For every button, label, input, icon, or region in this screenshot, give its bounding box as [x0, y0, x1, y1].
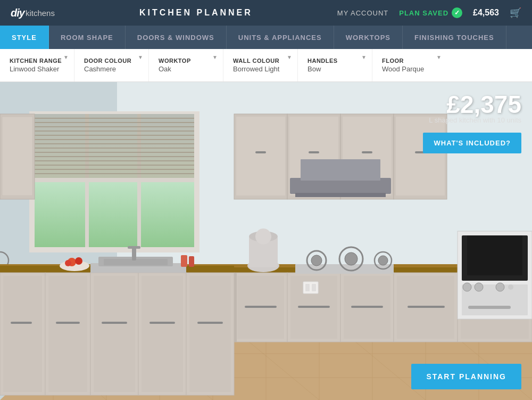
svg-point-84	[475, 283, 483, 291]
svg-point-86	[508, 284, 513, 290]
style-option-wall-colour[interactable]: WALL COLOUR Borrowed Light ▼	[223, 49, 298, 81]
style-option-door-colour[interactable]: DOOR COLOUR Cashmere ▼	[74, 49, 149, 81]
svg-rect-46	[2, 117, 32, 195]
svg-rect-30	[35, 114, 194, 178]
svg-rect-102	[48, 276, 87, 392]
whats-included-button[interactable]: WHAT'S INCLUDED?	[423, 133, 521, 153]
svg-point-85	[496, 283, 504, 291]
check-circle-icon: ✓	[452, 7, 462, 18]
style-option-worktop[interactable]: WORKTOP Oak ▼	[149, 49, 223, 81]
style-bar: KITCHEN RANGE Linwood Shaker ▼ DOOR COLO…	[0, 49, 532, 82]
dropdown-arrow-worktop: ▼	[212, 54, 218, 60]
svg-rect-57	[362, 151, 372, 153]
svg-point-92	[345, 252, 358, 265]
kitchen-price: £2,375	[429, 90, 521, 119]
svg-rect-111	[189, 276, 231, 392]
header-right: MY ACCOUNT PLAN SAVED ✓ £4,563 🛒	[337, 7, 521, 19]
header-price: £4,563	[473, 8, 499, 18]
svg-rect-82	[467, 235, 522, 275]
price-overlay: £2,375 L shaped kitchen with 10 units	[429, 90, 521, 124]
logo-diy: diy	[11, 7, 24, 19]
kitchen-description: L shaped kitchen with 10 units	[429, 116, 521, 124]
style-option-handles[interactable]: HANDLES Bow ▼	[298, 49, 372, 81]
my-account-link[interactable]: MY ACCOUNT	[337, 9, 388, 17]
svg-rect-60	[301, 159, 380, 181]
dropdown-arrow-kitchen-range: ▼	[63, 54, 69, 60]
svg-rect-81	[462, 284, 528, 315]
svg-rect-87	[468, 306, 511, 309]
kitchen-scene-svg	[0, 82, 532, 400]
plan-saved-status: PLAN SAVED ✓	[399, 7, 462, 18]
svg-rect-127	[181, 255, 187, 267]
dropdown-arrow-door-colour: ▼	[138, 54, 143, 60]
svg-point-126	[65, 260, 71, 266]
svg-rect-109	[149, 322, 175, 324]
svg-rect-117	[132, 247, 136, 260]
svg-rect-112	[197, 322, 223, 324]
dropdown-arrow-floor: ▼	[436, 54, 442, 60]
svg-rect-100	[11, 322, 32, 324]
style-option-kitchen-range[interactable]: KITCHEN RANGE Linwood Shaker ▼	[0, 49, 74, 81]
tab-style[interactable]: STYLE	[0, 26, 49, 49]
svg-rect-130	[305, 284, 310, 291]
tab-units-appliances[interactable]: UNITS & APPLIANCES	[227, 26, 334, 49]
svg-rect-48	[236, 117, 285, 195]
start-planning-button[interactable]: START PLANNING	[411, 364, 521, 389]
svg-point-83	[463, 283, 471, 291]
svg-rect-69	[298, 306, 330, 308]
svg-rect-75	[408, 306, 445, 308]
style-option-floor[interactable]: FLOOR Wood Parque ▼	[372, 49, 447, 81]
svg-point-90	[311, 255, 322, 266]
svg-rect-128	[189, 256, 194, 267]
svg-rect-113	[234, 273, 237, 342]
tab-worktops[interactable]: WORKTOPS	[334, 26, 403, 49]
dropdown-arrow-wall-colour: ▼	[287, 54, 292, 60]
svg-rect-108	[142, 276, 183, 392]
svg-rect-103	[56, 322, 80, 324]
svg-rect-55	[255, 151, 266, 153]
tab-finishing-touches[interactable]: FINISHING TOUCHES	[403, 26, 506, 49]
kitchen-view: £2,375 L shaped kitchen with 10 units WH…	[0, 82, 532, 400]
tab-room-shape[interactable]: ROOM SHAPE	[49, 26, 126, 49]
svg-rect-56	[309, 151, 319, 153]
svg-point-125	[75, 257, 82, 265]
svg-point-95	[378, 256, 388, 265]
svg-rect-131	[312, 284, 316, 291]
page-title: KITCHEN PLANNER	[139, 8, 253, 18]
dropdown-arrow-handles: ▼	[361, 54, 367, 60]
svg-rect-106	[102, 322, 127, 324]
svg-rect-99	[3, 276, 42, 392]
cart-icon[interactable]: 🛒	[510, 7, 521, 19]
svg-rect-66	[245, 306, 277, 308]
svg-rect-61	[295, 193, 386, 197]
svg-rect-118	[128, 246, 140, 249]
tab-doors-windows[interactable]: DOORS & WINDOWS	[126, 26, 227, 49]
logo-kitchens: kitchens	[26, 9, 55, 18]
svg-rect-27	[35, 178, 194, 182]
nav-tabs: STYLE ROOM SHAPE DOORS & WINDOWS UNITS &…	[0, 26, 532, 49]
svg-rect-72	[351, 306, 383, 308]
svg-rect-54	[396, 117, 445, 195]
svg-point-122	[255, 228, 271, 244]
svg-rect-105	[94, 276, 135, 392]
top-header: diy kitchens KITCHEN PLANNER MY ACCOUNT …	[0, 0, 532, 26]
logo[interactable]: diy kitchens	[11, 7, 55, 19]
